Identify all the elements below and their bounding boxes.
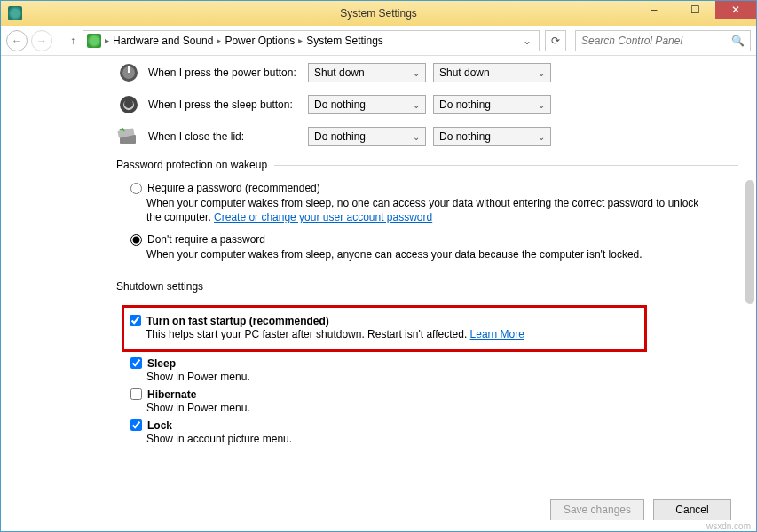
- lock-option[interactable]: Lock: [130, 419, 738, 432]
- lock-desc: Show in account picture menu.: [146, 433, 738, 445]
- lid-battery-dropdown[interactable]: Do nothing⌄: [308, 127, 426, 146]
- cancel-button[interactable]: Cancel: [653, 499, 731, 520]
- navbar: ← → ↑ ▸ Hardware and Sound ▸ Power Optio…: [1, 26, 756, 56]
- breadcrumb-dropdown[interactable]: ⌄: [519, 35, 535, 47]
- sleep-label: Sleep: [147, 357, 176, 370]
- chevron-down-icon: ⌄: [413, 100, 420, 110]
- lock-checkbox[interactable]: [130, 419, 142, 431]
- back-button[interactable]: ←: [6, 30, 28, 51]
- power-button-row: When I press the power button: Shut down…: [116, 63, 738, 82]
- fast-startup-option[interactable]: Turn on fast startup (recommended): [130, 315, 639, 327]
- forward-button[interactable]: →: [31, 30, 52, 51]
- chevron-right-icon: ▸: [298, 35, 303, 45]
- change-password-link[interactable]: Create or change your user account passw…: [214, 211, 432, 223]
- password-protection-group: Password protection on wakeup Require a …: [116, 159, 738, 271]
- svg-point-3: [120, 96, 138, 113]
- hibernate-label: Hibernate: [147, 388, 196, 401]
- fast-startup-highlight: Turn on fast startup (recommended) This …: [122, 305, 647, 352]
- content-area: When I press the power button: Shut down…: [1, 56, 756, 532]
- breadcrumb[interactable]: ▸ Hardware and Sound ▸ Power Options ▸ S…: [83, 30, 540, 51]
- chevron-right-icon: ▸: [217, 35, 221, 45]
- sleep-button-row: When I press the sleep button: Do nothin…: [116, 95, 738, 114]
- search-input[interactable]: [581, 35, 731, 47]
- chevron-down-icon: ⌄: [413, 132, 420, 142]
- dont-require-password-radio[interactable]: [130, 234, 142, 246]
- dont-require-password-option[interactable]: Don't require a password: [130, 233, 738, 246]
- hibernate-option[interactable]: Hibernate: [130, 388, 738, 401]
- lock-label: Lock: [147, 419, 172, 432]
- scrollbar-thumb[interactable]: [745, 180, 754, 304]
- require-password-desc: When your computer wakes from sleep, no …: [146, 196, 714, 224]
- chevron-down-icon: ⌄: [413, 68, 420, 78]
- search-box[interactable]: 🔍: [575, 30, 751, 51]
- sleep-button-label: When I press the sleep button:: [148, 98, 308, 111]
- lid-row: When I close the lid: Do nothing⌄ Do not…: [116, 127, 738, 146]
- action-buttons: Save changes Cancel: [550, 499, 731, 520]
- power-icon: [116, 63, 141, 82]
- fast-startup-label: Turn on fast startup (recommended): [146, 315, 329, 327]
- power-plugged-dropdown[interactable]: Shut down⌄: [433, 63, 551, 82]
- sleep-icon: [116, 95, 141, 114]
- sleep-checkbox[interactable]: [130, 357, 142, 369]
- dont-require-password-label: Don't require a password: [147, 233, 265, 246]
- lid-plugged-dropdown[interactable]: Do nothing⌄: [433, 127, 551, 146]
- app-icon: [8, 6, 22, 20]
- sleep-plugged-dropdown[interactable]: Do nothing⌄: [433, 95, 551, 114]
- learn-more-link[interactable]: Learn More: [470, 328, 524, 340]
- lid-label: When I close the lid:: [148, 130, 308, 143]
- watermark: wsxdn.com: [706, 521, 751, 531]
- power-battery-dropdown[interactable]: Shut down⌄: [308, 63, 426, 82]
- sleep-option[interactable]: Sleep: [130, 357, 738, 370]
- dont-require-password-desc: When your computer wakes from sleep, any…: [146, 247, 714, 262]
- shutdown-settings-legend: Shutdown settings: [116, 280, 210, 293]
- require-password-option[interactable]: Require a password (recommended): [130, 182, 738, 194]
- titlebar: System Settings – ☐ ✕: [1, 1, 756, 26]
- shutdown-settings-group: Shutdown settings Turn on fast startup (…: [116, 280, 738, 450]
- breadcrumb-item[interactable]: System Settings: [306, 35, 383, 47]
- chevron-down-icon: ⌄: [538, 68, 545, 78]
- breadcrumb-item[interactable]: Hardware and Sound: [113, 35, 213, 47]
- close-button[interactable]: ✕: [715, 1, 756, 19]
- password-protection-legend: Password protection on wakeup: [116, 159, 274, 171]
- control-panel-icon: [87, 34, 101, 48]
- maximize-button[interactable]: ☐: [674, 1, 715, 19]
- chevron-right-icon: ▸: [105, 35, 109, 45]
- require-password-label: Require a password (recommended): [147, 182, 320, 194]
- chevron-down-icon: ⌄: [538, 132, 545, 142]
- chevron-down-icon: ⌄: [538, 100, 545, 110]
- require-password-radio[interactable]: [130, 183, 142, 194]
- window-controls: – ☐ ✕: [634, 1, 756, 19]
- sleep-desc: Show in Power menu.: [146, 371, 738, 383]
- svg-rect-2: [128, 66, 130, 73]
- save-changes-button[interactable]: Save changes: [550, 499, 644, 520]
- minimize-button[interactable]: –: [634, 1, 674, 19]
- window-title: System Settings: [340, 7, 417, 20]
- fast-startup-checkbox[interactable]: [130, 315, 141, 326]
- lid-icon: [116, 127, 141, 146]
- search-icon: 🔍: [731, 35, 745, 47]
- sleep-battery-dropdown[interactable]: Do nothing⌄: [308, 95, 426, 114]
- fast-startup-desc: This helps start your PC faster after sh…: [146, 328, 639, 340]
- breadcrumb-item[interactable]: Power Options: [225, 35, 295, 47]
- refresh-button[interactable]: ⟳: [545, 30, 566, 51]
- up-button[interactable]: ↑: [67, 35, 79, 47]
- power-button-label: When I press the power button:: [148, 66, 308, 79]
- hibernate-checkbox[interactable]: [130, 388, 142, 400]
- hibernate-desc: Show in Power menu.: [146, 402, 738, 414]
